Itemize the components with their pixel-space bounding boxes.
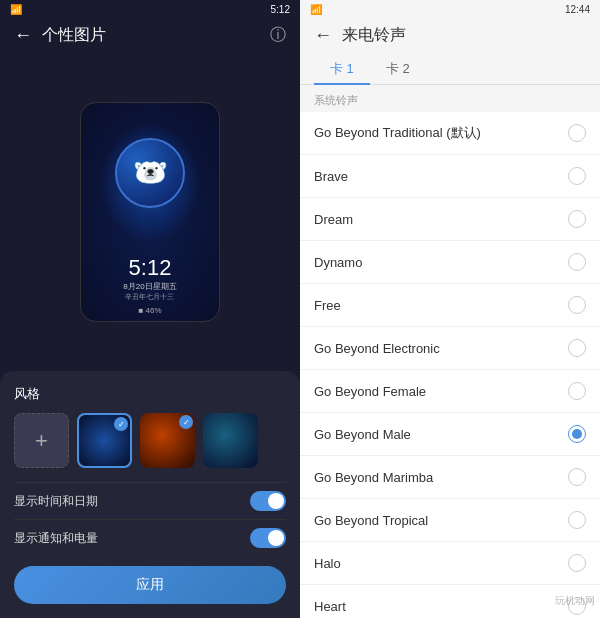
right-time: 12:44 xyxy=(565,4,590,15)
radio-button[interactable] xyxy=(568,425,586,443)
style-thumb-3[interactable] xyxy=(203,413,258,468)
selected-badge-1: ✓ xyxy=(114,417,128,431)
phone-battery: ■ 46% xyxy=(138,306,161,315)
ringtone-name: Dynamo xyxy=(314,255,362,270)
ringtone-item[interactable]: Dream xyxy=(300,198,600,241)
ringtone-name: Go Beyond Marimba xyxy=(314,470,433,485)
ringtone-item[interactable]: Free xyxy=(300,284,600,327)
ringtone-item[interactable]: Heart xyxy=(300,585,600,618)
ringtone-name: Dream xyxy=(314,212,353,227)
left-status-bar: 📶 5:12 xyxy=(0,0,300,19)
plus-icon: + xyxy=(35,428,48,454)
right-signal-icon: 📶 xyxy=(310,4,322,15)
ringtone-item[interactable]: Go Beyond Traditional (默认) xyxy=(300,112,600,155)
add-style-button[interactable]: + xyxy=(14,413,69,468)
left-panel: 📶 5:12 ← 个性图片 ⓘ 🐻‍❄️ 5:12 8月20日星期五 辛丑年七月… xyxy=(0,0,300,618)
radio-button[interactable] xyxy=(568,296,586,314)
ringtone-item[interactable]: Go Beyond Electronic xyxy=(300,327,600,370)
phone-frame: 🐻‍❄️ 5:12 8月20日星期五 辛丑年七月十三 ■ 46% xyxy=(80,102,220,322)
ringtone-name: Go Beyond Female xyxy=(314,384,426,399)
left-header: ← 个性图片 ⓘ xyxy=(0,19,300,52)
style-section-label: 风格 xyxy=(14,385,286,403)
radio-button[interactable] xyxy=(568,554,586,572)
show-notif-label: 显示通知和电量 xyxy=(14,530,98,547)
ringtone-item[interactable]: Go Beyond Tropical xyxy=(300,499,600,542)
ringtone-name: Brave xyxy=(314,169,348,184)
phone-time: 5:12 xyxy=(123,255,176,281)
right-header: ← 来电铃声 xyxy=(300,19,600,50)
ringtone-item[interactable]: Go Beyond Male xyxy=(300,413,600,456)
apply-button[interactable]: 应用 xyxy=(14,566,286,604)
ringtone-name: Free xyxy=(314,298,341,313)
show-notif-toggle-row: 显示通知和电量 xyxy=(14,519,286,556)
info-icon[interactable]: ⓘ xyxy=(270,25,286,46)
phone-time-display: 5:12 8月20日星期五 辛丑年七月十三 xyxy=(123,255,176,302)
ringtone-list: Go Beyond Traditional (默认)BraveDreamDyna… xyxy=(300,112,600,618)
radio-button[interactable] xyxy=(568,124,586,142)
thumb-img-3 xyxy=(203,413,258,468)
ringtone-item[interactable]: Go Beyond Marimba xyxy=(300,456,600,499)
show-notif-toggle[interactable] xyxy=(250,528,286,548)
left-page-title: 个性图片 xyxy=(42,25,270,46)
radio-button[interactable] xyxy=(568,511,586,529)
section-header-ringtone: 系统铃声 xyxy=(300,85,600,112)
radio-button[interactable] xyxy=(568,597,586,615)
show-time-label: 显示时间和日期 xyxy=(14,493,98,510)
ringtone-item[interactable]: Go Beyond Female xyxy=(300,370,600,413)
tab-card1[interactable]: 卡 1 xyxy=(314,54,370,84)
left-time: 5:12 xyxy=(271,4,290,15)
show-time-toggle[interactable] xyxy=(250,491,286,511)
ringtone-name: Heart xyxy=(314,599,346,614)
tab-card2[interactable]: 卡 2 xyxy=(370,54,426,84)
style-section: 风格 + ✓ ✓ 显示时间和日期 显示通知和电量 应用 xyxy=(0,371,300,618)
phone-lunar: 辛丑年七月十三 xyxy=(123,292,176,302)
wallpaper-preview-area: 🐻‍❄️ 5:12 8月20日星期五 辛丑年七月十三 ■ 46% xyxy=(0,52,300,371)
right-page-title: 来电铃声 xyxy=(342,25,406,46)
radio-button[interactable] xyxy=(568,382,586,400)
left-signal-icon: 📶 xyxy=(10,4,22,15)
style-thumb-2[interactable]: ✓ xyxy=(140,413,195,468)
ringtone-name: Go Beyond Tropical xyxy=(314,513,428,528)
polar-bear-scene: 🐻‍❄️ xyxy=(105,118,195,228)
left-back-button[interactable]: ← xyxy=(14,25,32,46)
style-thumb-1[interactable]: ✓ xyxy=(77,413,132,468)
bear-icon: 🐻‍❄️ xyxy=(115,138,185,208)
radio-button[interactable] xyxy=(568,167,586,185)
ringtone-name: Go Beyond Electronic xyxy=(314,341,440,356)
style-thumbnails: + ✓ ✓ xyxy=(14,413,286,468)
selected-badge-2: ✓ xyxy=(179,415,193,429)
tab-bar: 卡 1 卡 2 xyxy=(300,50,600,85)
phone-date: 8月20日星期五 xyxy=(123,281,176,292)
radio-button[interactable] xyxy=(568,253,586,271)
ringtone-name: Go Beyond Traditional (默认) xyxy=(314,124,481,142)
right-panel: 📶 12:44 ← 来电铃声 卡 1 卡 2 系统铃声 Go Beyond Tr… xyxy=(300,0,600,618)
ringtone-name: Go Beyond Male xyxy=(314,427,411,442)
ringtone-item[interactable]: Halo xyxy=(300,542,600,585)
ringtone-name: Halo xyxy=(314,556,341,571)
radio-button[interactable] xyxy=(568,468,586,486)
radio-button[interactable] xyxy=(568,210,586,228)
radio-button[interactable] xyxy=(568,339,586,357)
ringtone-item[interactable]: Dynamo xyxy=(300,241,600,284)
right-status-bar: 📶 12:44 xyxy=(300,0,600,19)
ringtone-item[interactable]: Brave xyxy=(300,155,600,198)
show-time-toggle-row: 显示时间和日期 xyxy=(14,482,286,519)
right-back-button[interactable]: ← xyxy=(314,25,332,46)
